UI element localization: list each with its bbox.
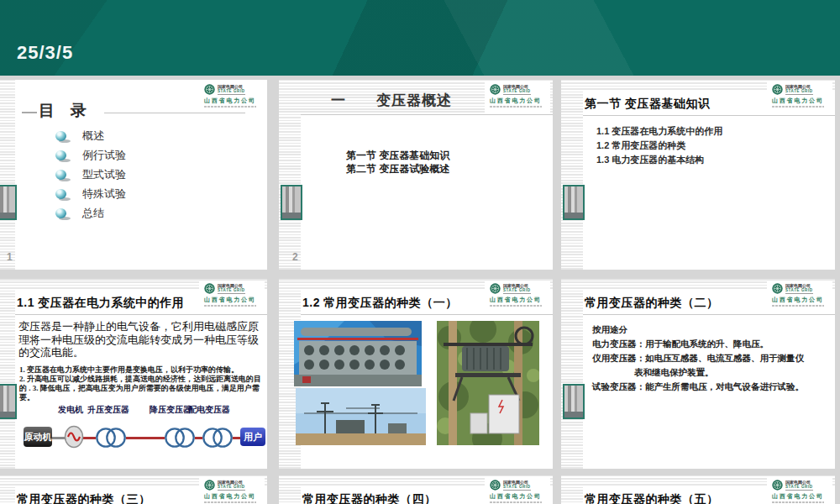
stategrid-emblem-icon: [490, 283, 501, 294]
slide-4-thumbnail[interactable]: 1.1 变压器在电力系统中的作用 国家电网公司 STATE GRID 山西省电力…: [0, 279, 267, 469]
sphere-bullet-icon: [55, 131, 66, 141]
logo-company-en: STATE GRID: [503, 288, 531, 294]
logo-branch-en-line: [204, 106, 256, 108]
logo-company-en: STATE GRID: [785, 89, 813, 95]
logo-branch-en-line: [772, 501, 824, 503]
slide-edge-photo: [563, 185, 585, 220]
slide-2-thumbnail[interactable]: 一 变压器概述 国家电网公司 STATE GRID 山西省电力公司 第一节 变压…: [279, 80, 553, 270]
toc-item[interactable]: 例行试验: [55, 150, 126, 161]
section-list: 第一节 变压器基础知识 第二节 变压器试验概述: [346, 149, 449, 176]
slide-title: 常用变压器的种类（二）: [585, 296, 719, 311]
prime-mover-box: 原动机: [24, 427, 52, 447]
logo-company-name: 国家电网公司: [503, 84, 531, 89]
header-rule: [583, 314, 835, 315]
logo-branch-name: 山西省电力公司: [204, 97, 265, 105]
logo-branch-en-line: [204, 501, 256, 503]
distribution-transformer-symbol-icon: [202, 427, 233, 449]
slide-7-thumbnail[interactable]: 常用变压器的种类（三） 国家电网公司 STATE GRID 山西省电力公司: [0, 475, 267, 504]
toc-title-dash: [22, 112, 37, 113]
slide-9-thumbnail[interactable]: 常用变压器的种类（五） 国家电网公司 STATE GRID 山西省电力公司: [561, 475, 835, 504]
stategrid-emblem-icon: [490, 480, 501, 491]
slide-edge-stripes: [279, 80, 301, 270]
logo-company-en: STATE GRID: [218, 485, 245, 491]
logo-company-en: STATE GRID: [785, 485, 813, 491]
photo-outdoor-substation: [296, 388, 426, 445]
photo-pole-mounted-transformer: [437, 321, 539, 445]
outline-item: 1.1 变压器在电力系统中的作用: [596, 124, 722, 139]
outline-list: 1.1 变压器在电力系统中的作用 1.2 常用变压器的种类 1.3 电力变压器的…: [596, 124, 722, 167]
stepup-transformer-label: 升压变压器: [87, 404, 129, 416]
slide-title: 1.1 变压器在电力系统中的作用: [17, 296, 184, 311]
outline-item: 1.2 常用变压器的种类: [596, 139, 722, 153]
stategrid-emblem-icon: [490, 84, 501, 95]
logo-company-name: 国家电网公司: [785, 84, 813, 89]
toc-item[interactable]: 总结: [55, 207, 126, 219]
usage-line: 试验变压器：能产生所需电压，对电气设备进行试验。: [592, 380, 804, 394]
slide-edge-stripes: [561, 475, 583, 504]
stategrid-emblem-icon: [772, 480, 783, 491]
slide-6-thumbnail[interactable]: 常用变压器的种类（二） 国家电网公司 STATE GRID 山西省电力公司 按用…: [561, 279, 835, 469]
user-box: 用户: [240, 428, 265, 446]
sphere-bullet-icon: [55, 170, 66, 180]
toc-item[interactable]: 概述: [55, 130, 126, 142]
toc-item-label: 总结: [82, 207, 104, 219]
logo-branch-name: 山西省电力公司: [772, 296, 832, 304]
section-item: 第二节 变压器试验概述: [346, 162, 449, 176]
generator-label: 发电机: [58, 404, 83, 416]
toc-item-label: 特殊试验: [82, 187, 126, 200]
toc-item[interactable]: 特殊试验: [55, 188, 126, 200]
logo-company-name: 国家电网公司: [503, 480, 531, 485]
logo-company-en: STATE GRID: [218, 89, 245, 95]
logo-branch-en-line: [204, 305, 256, 307]
stategrid-emblem-icon: [204, 283, 215, 294]
logo-company-name: 国家电网公司: [218, 283, 245, 288]
slide-title: 常用变压器的种类（五）: [585, 492, 719, 504]
slide-8-thumbnail[interactable]: 常用变压器的种类（四） 国家电网公司 STATE GRID 山西省电力公司: [279, 475, 553, 504]
logo-company-en: STATE GRID: [503, 485, 531, 491]
logo-branch-name: 山西省电力公司: [772, 97, 832, 105]
usage-type-list: 按用途分 电力变压器：用于输配电系统的升、降电压。 仪用变压器：如电压互感器、电…: [592, 323, 804, 394]
logo-company-name: 国家电网公司: [218, 84, 245, 89]
logo-branch-en-line: [490, 106, 542, 108]
note-paragraph-1: 1. 变压器在电力系统中主要作用是变换电压，以利于功率的传输。: [19, 365, 266, 375]
stategrid-logo: 国家电网公司 STATE GRID 山西省电力公司: [485, 82, 550, 114]
header-rule: [15, 314, 267, 315]
toc-item[interactable]: 型式试验: [55, 169, 126, 181]
logo-branch-name: 山西省电力公司: [772, 492, 832, 501]
stategrid-logo: 国家电网公司 STATE GRID 山西省电力公司: [485, 281, 550, 313]
slide-title: 常用变压器的种类（四）: [302, 492, 437, 504]
slide-1-thumbnail[interactable]: 国家电网公司 STATE GRID 山西省电力公司 目 录 概述 例行试验 型式…: [0, 80, 267, 270]
stategrid-emblem-icon: [204, 84, 215, 95]
slide-title: 1.2 常用变压器的种类（一）: [302, 296, 458, 311]
logo-branch-en-line: [772, 305, 824, 307]
logo-branch-en-line: [490, 305, 542, 307]
slide-edge-photo: [281, 185, 302, 220]
slide-edge-stripes: [0, 80, 15, 270]
header-rule: [583, 115, 835, 116]
body-paragraph: 变压器是一种静止的电气设备，它利用电磁感应原理将一种电压级的交流电能转变成另一种…: [18, 320, 259, 360]
usage-line: 电力变压器：用于输配电系统的升、降电压。: [592, 337, 804, 351]
slide-number: 1: [7, 251, 13, 263]
usage-line: 表和继电保护装置。: [592, 365, 804, 380]
toc-title-line: [104, 113, 245, 113]
slide-5-thumbnail[interactable]: 1.2 常用变压器的种类（一） 国家电网公司 STATE GRID 山西省电力公…: [279, 279, 553, 469]
stepdown-transformer-symbol-icon: [165, 427, 195, 449]
photo-substation-transformer-bank: [294, 321, 422, 386]
slide-edge-stripes: [279, 475, 301, 504]
slide-edge-stripes: [561, 80, 583, 270]
logo-branch-name: 山西省电力公司: [490, 296, 550, 304]
slide-title: 第一节 变压器基础知识: [585, 97, 710, 112]
stategrid-logo: 国家电网公司 STATE GRID 山西省电力公司: [485, 478, 550, 504]
header-rule: [301, 314, 553, 315]
toc-title: 目 录: [39, 100, 92, 122]
slide-number: 2: [292, 251, 298, 263]
header-rule: [301, 114, 553, 115]
stategrid-emblem-icon: [204, 480, 215, 491]
logo-company-en: STATE GRID: [503, 89, 531, 95]
toc-list: 概述 例行试验 型式试验 特殊试验 总结: [55, 130, 126, 227]
sphere-bullet-icon: [55, 189, 66, 199]
slide-3-thumbnail[interactable]: 第一节 变压器基础知识 国家电网公司 STATE GRID 山西省电力公司 1.…: [561, 80, 835, 270]
logo-branch-name: 山西省电力公司: [490, 492, 550, 501]
logo-branch-name: 山西省电力公司: [490, 97, 550, 105]
distribution-transformer-label: 配电变压器: [188, 404, 230, 416]
